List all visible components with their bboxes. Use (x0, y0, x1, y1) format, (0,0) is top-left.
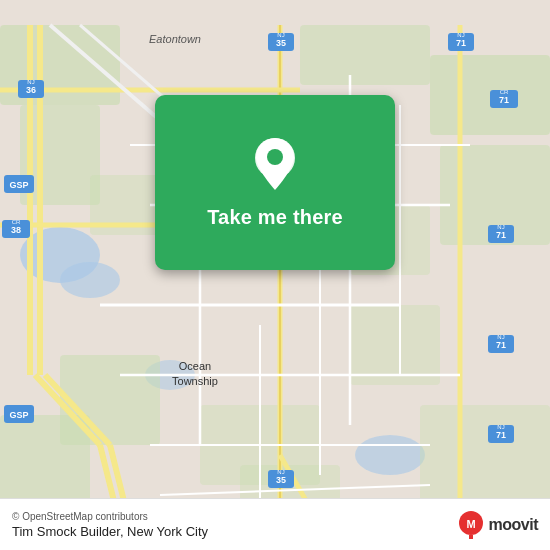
svg-text:NJ: NJ (27, 79, 34, 85)
svg-text:Township: Township (172, 375, 218, 387)
svg-text:GSP: GSP (9, 410, 28, 420)
svg-text:Eatontown: Eatontown (149, 33, 201, 45)
location-pin-icon (251, 136, 299, 192)
svg-text:NJ: NJ (497, 424, 504, 430)
moovit-text: moovit (489, 516, 538, 534)
svg-text:CR: CR (500, 89, 509, 95)
location-name: Tim Smock Builder, New York City (12, 524, 208, 539)
take-me-there-card[interactable]: Take me there (155, 95, 395, 270)
svg-text:CR: CR (12, 219, 21, 225)
svg-text:38: 38 (11, 225, 21, 235)
svg-text:36: 36 (26, 85, 36, 95)
svg-text:M: M (466, 518, 475, 530)
svg-text:71: 71 (499, 95, 509, 105)
svg-point-1 (60, 262, 120, 298)
svg-text:71: 71 (496, 230, 506, 240)
map-svg: 35 NJ 35 NJ 71 NJ 71 CR 71 NJ 71 NJ 71 N… (0, 0, 550, 550)
svg-text:NJ: NJ (497, 224, 504, 230)
bottom-bar: © OpenStreetMap contributors Tim Smock B… (0, 498, 550, 550)
svg-text:NJ: NJ (497, 334, 504, 340)
svg-text:NJ: NJ (277, 32, 284, 38)
take-me-there-label: Take me there (207, 206, 343, 229)
svg-text:NJ: NJ (277, 469, 284, 475)
svg-rect-9 (350, 305, 440, 385)
moovit-logo: M moovit (457, 511, 538, 539)
svg-text:71: 71 (496, 430, 506, 440)
svg-text:Ocean: Ocean (179, 360, 211, 372)
svg-point-3 (355, 435, 425, 475)
svg-text:71: 71 (496, 340, 506, 350)
svg-text:NJ: NJ (457, 32, 464, 38)
bottom-left-info: © OpenStreetMap contributors Tim Smock B… (12, 511, 208, 539)
svg-text:35: 35 (276, 38, 286, 48)
svg-point-77 (267, 149, 283, 165)
map-container: 35 NJ 35 NJ 71 NJ 71 CR 71 NJ 71 NJ 71 N… (0, 0, 550, 550)
svg-rect-6 (300, 25, 430, 85)
moovit-brand-icon: M (457, 511, 485, 539)
copyright-text: © OpenStreetMap contributors (12, 511, 208, 522)
svg-text:35: 35 (276, 475, 286, 485)
svg-text:71: 71 (456, 38, 466, 48)
svg-text:GSP: GSP (9, 180, 28, 190)
